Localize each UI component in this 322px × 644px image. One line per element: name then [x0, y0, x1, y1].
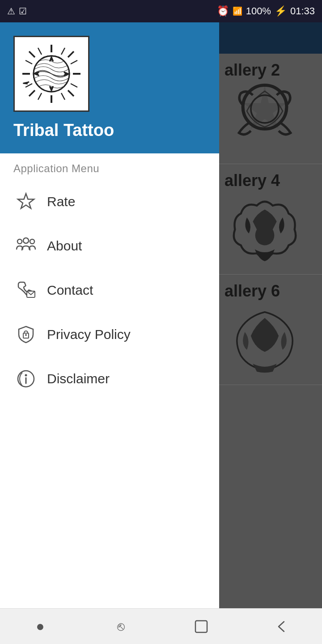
clock: 01:33 [290, 5, 315, 17]
back-arrow-icon [274, 619, 289, 634]
menu-item-about[interactable]: About [0, 224, 219, 268]
home-dot-icon: ● [36, 618, 44, 635]
status-bar: ⚠ ☑ ⏰ 📶 100% ⚡ 01:33 [0, 0, 322, 22]
drawer-header: Tribal Tattoo [0, 22, 219, 153]
phone-icon [13, 278, 38, 302]
svg-line-8 [68, 51, 74, 57]
svg-point-27 [30, 239, 34, 244]
alarm-icon: ⏰ [217, 5, 229, 17]
overview-button[interactable] [183, 613, 219, 640]
shield-icon [13, 322, 38, 347]
sim-icon: 📶 [233, 6, 242, 16]
rate-label: Rate [47, 194, 75, 209]
svg-line-9 [29, 90, 35, 96]
menu-item-contact[interactable]: Contact [0, 268, 219, 312]
svg-line-13 [71, 84, 77, 87]
svg-point-33 [25, 374, 27, 376]
info-icon [13, 366, 38, 391]
svg-line-10 [25, 60, 32, 64]
privacy-label: Privacy Policy [47, 327, 131, 342]
status-left-icons: ⚠ ☑ [7, 6, 27, 17]
square-icon [194, 619, 209, 634]
contact-label: Contact [47, 283, 93, 298]
svg-line-14 [38, 48, 42, 55]
back-button[interactable] [264, 613, 300, 640]
menu-item-rate[interactable]: Rate [0, 179, 219, 224]
svg-line-16 [38, 93, 42, 100]
app-logo-container [13, 36, 89, 112]
status-right-icons: ⏰ 📶 100% ⚡ 01:33 [217, 5, 315, 17]
svg-rect-34 [195, 621, 207, 632]
svg-point-26 [23, 238, 29, 243]
charging-icon: ⚡ [275, 5, 287, 17]
svg-marker-24 [23, 80, 30, 86]
menu-item-privacy[interactable]: Privacy Policy [0, 312, 219, 356]
about-label: About [47, 238, 82, 254]
svg-line-17 [61, 93, 65, 100]
svg-line-11 [71, 60, 77, 64]
app-title: Tribal Tattoo [13, 121, 114, 140]
app-logo [20, 42, 83, 105]
svg-line-7 [68, 90, 74, 96]
menu-section-label: Application Menu [0, 153, 219, 179]
recent-button[interactable]: ⎋ [103, 613, 139, 640]
bottom-nav: ● ⎋ [0, 608, 322, 644]
star-icon [13, 189, 38, 214]
drawer-overlay[interactable] [219, 22, 322, 644]
recent-icon: ⎋ [117, 619, 125, 634]
menu-item-disclaimer[interactable]: Disclaimer [0, 356, 219, 401]
svg-line-6 [29, 51, 35, 57]
disclaimer-label: Disclaimer [47, 371, 110, 386]
navigation-drawer: Tribal Tattoo Application Menu Rate Abou… [0, 22, 219, 608]
battery-percent: 100% [246, 5, 271, 17]
svg-line-15 [61, 48, 65, 55]
warning-icon: ⚠ [7, 6, 15, 17]
svg-point-25 [17, 239, 22, 244]
calendar-icon: ☑ [19, 6, 27, 17]
svg-point-30 [25, 334, 27, 336]
people-icon [13, 233, 38, 258]
home-button[interactable]: ● [22, 613, 58, 640]
